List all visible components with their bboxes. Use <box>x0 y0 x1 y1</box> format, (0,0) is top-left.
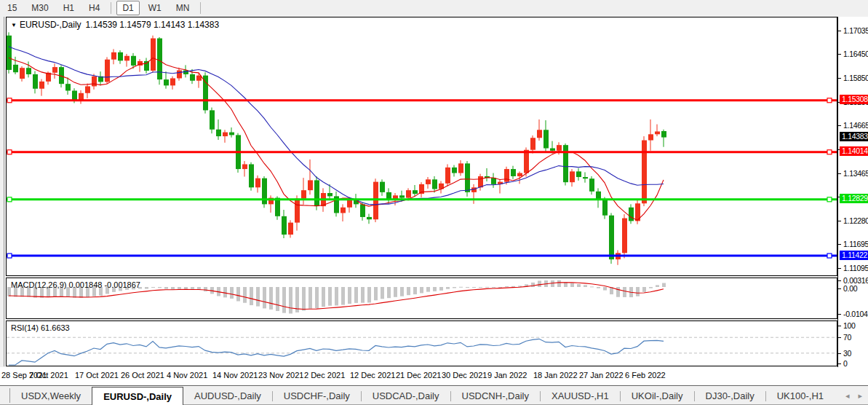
timeframe-button-h4[interactable]: H4 <box>83 1 105 15</box>
price-tick-tick <box>838 173 841 174</box>
candle-body <box>13 65 18 72</box>
macd-histogram-bar <box>642 287 646 292</box>
chart-tab-uk100-h1[interactable]: UK100-,H1 <box>766 388 835 404</box>
hline-handle[interactable] <box>7 150 12 154</box>
candle-body <box>308 180 313 190</box>
candle-body <box>327 193 333 196</box>
tab-scroll-right-icon[interactable]: ▸ <box>858 391 862 401</box>
candle-body <box>347 200 352 208</box>
hline-handle[interactable] <box>827 150 832 154</box>
macd-histogram-bar <box>158 287 162 288</box>
candle-body <box>170 78 175 85</box>
candle-body <box>229 133 234 135</box>
candle-body <box>190 74 195 81</box>
chart-title: ▼EURUSD-,Daily1.14539 1.14579 1.14143 1.… <box>11 20 219 30</box>
chart-tab-audusd-daily[interactable]: AUDUSD-,Daily <box>183 388 272 404</box>
candle-body <box>426 179 431 184</box>
macd-histogram-bar <box>308 287 312 309</box>
candle-body <box>550 149 555 151</box>
candle-body <box>491 178 496 184</box>
macd-histogram-bar <box>577 284 581 287</box>
rsi-canvas[interactable] <box>7 321 837 366</box>
price-tick-tick <box>838 221 841 221</box>
hline-handle[interactable] <box>7 98 12 103</box>
macd-histogram-bar <box>151 287 155 288</box>
candle-body <box>33 74 38 89</box>
macd-histogram-bar <box>538 280 541 287</box>
price-chart-canvas[interactable] <box>7 17 837 275</box>
candle-body <box>72 90 77 100</box>
macd-histogram-bar <box>505 286 509 287</box>
macd-histogram-bar <box>656 285 659 287</box>
macd-histogram-bar <box>289 287 292 313</box>
candle-body <box>341 208 346 213</box>
candle-body <box>432 179 437 189</box>
candle-body <box>517 173 522 176</box>
panel-inset-line <box>4 17 4 366</box>
price-tick-label: 1.13465 <box>843 169 868 178</box>
candle-body <box>288 223 293 235</box>
chart-tab-xauusd-h1[interactable]: XAUUSD-,H1 <box>541 388 620 404</box>
candle-body <box>242 164 247 169</box>
price-tick-label: 1.11095 <box>843 264 868 272</box>
macd-histogram-bar <box>453 287 456 288</box>
candle-body <box>151 39 156 71</box>
timeframe-button-d1[interactable]: D1 <box>116 1 139 15</box>
candle-body <box>589 178 594 192</box>
macd-histogram-bar <box>341 287 345 305</box>
candle-body <box>85 86 90 93</box>
date-label: 26 Oct 2021 <box>121 371 164 380</box>
macd-histogram-bar <box>649 287 653 288</box>
candle-body <box>131 56 136 66</box>
candle-body <box>210 110 215 129</box>
rsi-tick-label: 100 <box>843 321 856 330</box>
price-tick-tick <box>838 268 841 269</box>
macd-histogram-bar <box>557 280 561 287</box>
candle-body <box>275 198 280 216</box>
timeframe-button-m30[interactable]: M30 <box>25 1 54 15</box>
candle-body <box>249 164 254 187</box>
macd-panel[interactable]: MACD(12,26,9) 0.001848 -0.001867 <box>6 278 837 319</box>
rsi-panel[interactable]: RSI(14) 61.6633 <box>6 321 837 366</box>
macd-histogram-bar <box>466 287 469 288</box>
timeframe-button-mn[interactable]: MN <box>170 1 196 15</box>
chart-tab-eurusd-daily[interactable]: EURUSD-,Daily <box>92 387 183 405</box>
chart-tab-usdcnh-daily[interactable]: USDCNH-,Daily <box>451 388 540 404</box>
candle-body <box>164 79 169 85</box>
candle-body <box>373 182 378 220</box>
tab-scroll-left-icon[interactable]: ◂ <box>845 391 850 401</box>
timeframe-button-w1[interactable]: W1 <box>143 1 167 15</box>
candle-body <box>65 84 71 90</box>
tab-scroll-stub[interactable] <box>0 388 10 403</box>
toolbar-separator <box>111 2 111 14</box>
hline-handle[interactable] <box>827 253 832 258</box>
date-label: 21 Dec 2021 <box>396 371 441 380</box>
chart-tab-dj30-daily[interactable]: DJ30-,Daily <box>695 388 765 404</box>
macd-histogram-bar <box>223 287 227 297</box>
time-axis[interactable]: 28 Sep 20217 Oct 202117 Oct 202126 Oct 2… <box>0 367 868 385</box>
chart-tab-usdchf-daily[interactable]: USDCHF-,Daily <box>273 388 361 404</box>
timeframe-button-15[interactable]: 15 <box>1 1 23 15</box>
hline-handle[interactable] <box>7 197 12 202</box>
chart-symbol: EURUSD-,Daily <box>20 20 81 30</box>
rsi-tick-tick <box>838 326 841 326</box>
hline-handle[interactable] <box>7 253 12 258</box>
macd-histogram-bar <box>394 287 397 297</box>
candle-body <box>39 82 44 89</box>
macd-histogram-bar <box>230 287 234 299</box>
date-label: 9 Jan 2022 <box>487 371 527 380</box>
macd-histogram-bar <box>459 287 463 288</box>
candle-body <box>216 130 221 136</box>
timeframe-button-h1[interactable]: H1 <box>57 1 80 15</box>
chart-tab-ukoil-daily[interactable]: UKOil-,Daily <box>621 388 694 404</box>
hline-handle[interactable] <box>827 98 832 103</box>
candle-body <box>79 93 84 101</box>
price-chart-panel[interactable]: ▼EURUSD-,Daily1.14539 1.14579 1.14143 1.… <box>6 17 837 276</box>
rsi-tick-tick <box>838 337 841 338</box>
hline-handle[interactable] <box>827 197 832 202</box>
macd-histogram-bar <box>597 287 600 288</box>
macd-histogram-bar <box>584 285 587 287</box>
chart-tab-usdcad-daily[interactable]: USDCAD-,Daily <box>362 388 450 404</box>
macd-histogram-bar <box>531 283 535 287</box>
chart-tab-usdx-weekly[interactable]: USDX,Weekly <box>10 388 92 404</box>
